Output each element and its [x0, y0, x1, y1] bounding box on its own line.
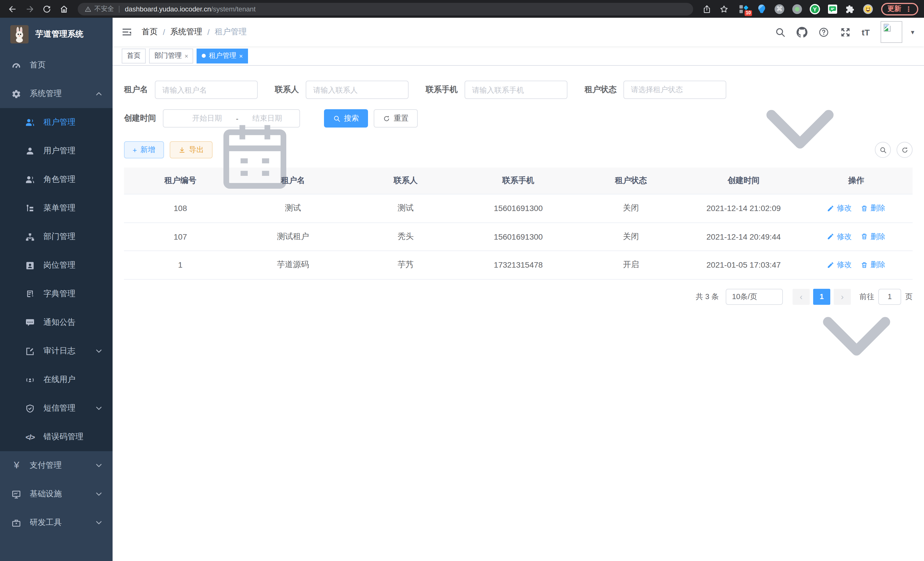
cell-tenant-name: 测试租户	[237, 223, 349, 251]
fullscreen-icon[interactable]	[840, 27, 851, 38]
chevron-down-icon	[95, 405, 102, 412]
online-user-icon	[25, 375, 35, 385]
help-icon[interactable]	[818, 27, 829, 38]
sidebar-item-online-user[interactable]: 在线用户	[0, 365, 112, 394]
avatar[interactable]	[880, 21, 902, 43]
sidebar-item-infra[interactable]: 基础设施	[0, 480, 112, 508]
end-date-placeholder[interactable]: 结束日期	[241, 113, 294, 123]
close-icon[interactable]: ×	[239, 52, 243, 59]
chevron-down-icon	[95, 348, 102, 355]
extension-icon-dot[interactable]	[792, 4, 802, 14]
filter-tenant-name: 租户名	[124, 81, 258, 99]
mobile-input[interactable]	[465, 81, 567, 99]
app-logo[interactable]: 芋道管理系统	[0, 18, 112, 51]
navbar-actions: tT ▼	[775, 21, 915, 43]
tenant-name-input[interactable]	[155, 81, 258, 99]
sidebar-item-label: 租户管理	[44, 117, 75, 128]
extension-icon-y[interactable]: Y	[810, 4, 820, 14]
sidebar-item-home[interactable]: 首页	[0, 51, 112, 80]
gear-icon	[11, 89, 21, 99]
sidebar-item-user[interactable]: 用户管理	[0, 137, 112, 165]
font-size-icon[interactable]: tT	[862, 27, 870, 37]
sidebar-item-dev-tools[interactable]: 研发工具	[0, 508, 112, 537]
breadcrumb: 首页 / 系统管理 / 租户管理	[142, 27, 247, 37]
bookmark-star-button[interactable]	[717, 2, 731, 16]
extension-icon-cmd[interactable]: ⌘	[774, 4, 784, 14]
edit-link[interactable]: 修改	[827, 231, 852, 242]
close-icon[interactable]: ×	[184, 52, 188, 59]
reset-button[interactable]: 重置	[374, 109, 418, 128]
refresh-table-button[interactable]	[897, 142, 913, 158]
filter-mobile: 联系手机	[426, 81, 567, 99]
start-date-placeholder[interactable]: 开始日期	[181, 113, 234, 123]
export-button[interactable]: 导出	[170, 141, 212, 158]
id-badge-icon	[25, 260, 35, 270]
avatar-caret-down-icon[interactable]: ▼	[910, 29, 915, 35]
home-button[interactable]	[57, 2, 71, 16]
status-select[interactable]: 请选择租户状态	[623, 81, 726, 99]
search-button[interactable]: 搜索	[324, 109, 368, 128]
sidebar-item-system[interactable]: 系统管理	[0, 80, 112, 108]
tree-menu-icon	[25, 203, 35, 213]
sidebar-item-dict[interactable]: 字典管理	[0, 280, 112, 308]
add-button[interactable]: + 新增	[124, 141, 164, 158]
total-count: 共 3 条	[696, 291, 719, 302]
extension-icon-chat[interactable]	[827, 4, 838, 14]
top-navbar: 首页 / 系统管理 / 租户管理 tT ▼	[112, 18, 924, 46]
delete-link[interactable]: 删除	[861, 260, 885, 270]
sidebar-item-pay[interactable]: ¥ 支付管理	[0, 451, 112, 480]
sidebar-item-error-code[interactable]: </> 错误码管理	[0, 423, 112, 451]
contact-input[interactable]	[306, 81, 409, 99]
shield-check-icon	[25, 403, 35, 413]
extension-icon-emoji[interactable]	[863, 4, 873, 14]
sidebar-fold-icon[interactable]	[121, 26, 133, 38]
tab-tenant[interactable]: 租户管理 ×	[197, 48, 248, 63]
app-shell: 芋道管理系统 首页 系统管理 租户管理 用户管理 角色管理	[0, 18, 924, 561]
delete-link[interactable]: 删除	[861, 203, 885, 213]
breadcrumb-system[interactable]: 系统管理	[170, 27, 202, 37]
security-label[interactable]: 不安全	[94, 5, 114, 13]
not-secure-icon	[85, 5, 92, 12]
share-button[interactable]	[700, 2, 714, 16]
sidebar-item-post[interactable]: 岗位管理	[0, 251, 112, 280]
edit-link[interactable]: 修改	[827, 260, 852, 270]
url-path: /system/tenant	[211, 5, 256, 13]
cell-created: 2021-12-14 21:02:09	[687, 194, 800, 223]
tab-dept[interactable]: 部门管理 ×	[149, 48, 194, 63]
sidebar-item-label: 系统管理	[30, 89, 62, 99]
sidebar-item-sms[interactable]: 短信管理	[0, 394, 112, 423]
back-button[interactable]	[6, 2, 20, 16]
screen: 不安全 dashboard.yudao.iocoder.cn /system/t…	[0, 0, 924, 561]
sidebar-item-label: 字典管理	[44, 289, 75, 299]
extensions-puzzle-icon[interactable]	[845, 4, 855, 14]
tab-home[interactable]: 首页	[122, 48, 146, 63]
filter-create-time: 创建时间 开始日期 - 结束日期	[124, 109, 300, 128]
delete-link[interactable]: 删除	[861, 231, 885, 242]
extension-icon-kite[interactable]	[757, 4, 767, 14]
cell-mobile: 17321315478	[462, 251, 574, 279]
sidebar-item-role[interactable]: 角色管理	[0, 165, 112, 194]
address-bar[interactable]: 不安全 dashboard.yudao.iocoder.cn /system/t…	[78, 3, 693, 15]
sidebar-item-label: 菜单管理	[44, 203, 75, 213]
sidebar: 芋道管理系统 首页 系统管理 租户管理 用户管理 角色管理	[0, 18, 112, 561]
kebab-menu-icon[interactable]: ⋮	[905, 5, 912, 13]
header-search-icon[interactable]	[775, 27, 786, 38]
breadcrumb-home[interactable]: 首页	[142, 27, 158, 37]
page-size-select[interactable]: 10条/页	[726, 289, 783, 305]
sidebar-item-notice[interactable]: 通知公告	[0, 308, 112, 337]
date-range-picker[interactable]: 开始日期 - 结束日期	[163, 109, 300, 128]
github-icon[interactable]	[796, 27, 807, 38]
main-area: 首页 / 系统管理 / 租户管理 tT ▼ 首页	[112, 18, 924, 561]
cell-contact: 测试	[350, 194, 462, 223]
sidebar-item-tenant[interactable]: 租户管理	[0, 108, 112, 137]
cell-actions: 修改 删除	[800, 251, 913, 279]
extension-icon-1[interactable]: 10	[739, 4, 749, 14]
browser-update-button[interactable]: 更新 ⋮	[881, 3, 918, 15]
sidebar-item-dept[interactable]: 部门管理	[0, 223, 112, 251]
edit-link[interactable]: 修改	[827, 203, 852, 213]
reload-button[interactable]	[40, 2, 54, 16]
forward-button[interactable]	[23, 2, 37, 16]
role-users-icon	[25, 175, 35, 184]
sidebar-item-audit-log[interactable]: 审计日志	[0, 337, 112, 365]
sidebar-item-menu[interactable]: 菜单管理	[0, 194, 112, 223]
